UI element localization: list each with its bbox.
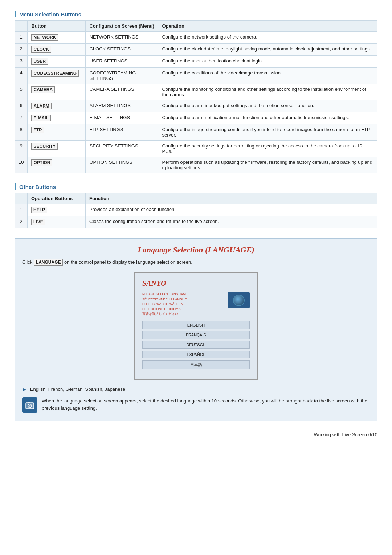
row-button: LIVE bbox=[28, 216, 86, 228]
button-label: CODEC/STREAMING bbox=[31, 70, 79, 77]
other-col-num bbox=[15, 193, 28, 204]
button-label: OPTION bbox=[31, 159, 52, 166]
button-label: ALARM bbox=[31, 103, 51, 109]
table-row: 2 LIVE Closes the configuration screen a… bbox=[15, 216, 377, 228]
language-option-button[interactable]: ESPAÑOL bbox=[142, 351, 250, 358]
other-col-function: Function bbox=[86, 193, 377, 204]
language-list-text: English, French, German, Spanish, Japane… bbox=[30, 386, 125, 392]
row-button: FTP bbox=[28, 124, 86, 141]
table-row: 9 SECURITY SECURITY SETTINGS Configure t… bbox=[15, 141, 377, 157]
lang-screen-text-line: PLEASE SELECT LANGUAGE bbox=[142, 292, 224, 297]
section-bar-icon bbox=[15, 11, 16, 17]
button-label: E-MAIL bbox=[31, 115, 50, 121]
footer-text: Working with Live Screen 6/10 bbox=[314, 432, 377, 437]
table-row: 1 NETWORK NETWORK SETTINGS Configure the… bbox=[15, 32, 377, 44]
svg-rect-4 bbox=[28, 402, 30, 403]
row-num: 9 bbox=[15, 141, 28, 157]
button-label: SECURITY bbox=[31, 143, 58, 150]
footer: Working with Live Screen 6/10 bbox=[15, 432, 377, 437]
lang-screen-inner: PLEASE SELECT LANGUAGESÉLECTIONNER LA LA… bbox=[142, 292, 250, 317]
table-row: 8 FTP FTP SETTINGS Configure the image s… bbox=[15, 124, 377, 141]
row-num: 10 bbox=[15, 157, 28, 173]
language-option-button[interactable]: ENGLISH bbox=[142, 321, 250, 329]
language-section-title: Language Selection (LANGUAGE) bbox=[22, 245, 370, 255]
table-row: 1 HELP Provides an explanation of each f… bbox=[15, 204, 377, 216]
table-row: 4 CODEC/STREAMING CODEC/STREAMING SETTIN… bbox=[15, 68, 377, 84]
other-section-title: Other Buttons bbox=[19, 184, 56, 190]
button-label: FTP bbox=[31, 127, 44, 133]
table-row: 2 CLOCK CLOCK SETTINGS Configure the clo… bbox=[15, 44, 377, 56]
row-num: 6 bbox=[15, 100, 28, 112]
row-config: OPTION SETTINGS bbox=[86, 157, 158, 173]
row-num: 5 bbox=[15, 84, 28, 100]
row-button: CODEC/STREAMING bbox=[28, 68, 86, 84]
row-function: Closes the configuration screen and retu… bbox=[86, 216, 377, 228]
lang-screen-text: PLEASE SELECT LANGUAGESÉLECTIONNER LA LA… bbox=[142, 292, 224, 317]
note-icon bbox=[22, 397, 37, 413]
section-bar-icon-other bbox=[15, 183, 16, 190]
row-config: ALARM SETTINGS bbox=[86, 100, 158, 112]
row-operation: Configure the user authentication check … bbox=[158, 56, 377, 68]
col-header-num bbox=[15, 21, 28, 32]
row-button: CLOCK bbox=[28, 44, 86, 56]
row-operation: Configure the alarm notification e-mail … bbox=[158, 112, 377, 124]
row-button: USER bbox=[28, 56, 86, 68]
col-header-button: Button bbox=[28, 21, 86, 32]
language-screen-mockup: SANYO PLEASE SELECT LANGUAGESÉLECTIONNER… bbox=[22, 272, 370, 380]
row-operation: Configure the image streaming conditions… bbox=[158, 124, 377, 141]
row-button: ALARM bbox=[28, 100, 86, 112]
row-num: 2 bbox=[15, 44, 28, 56]
language-option-button[interactable]: 日本語 bbox=[142, 360, 250, 369]
camera-note-icon bbox=[25, 400, 34, 410]
lang-desc-before: Click bbox=[22, 259, 32, 265]
col-header-operation: Operation bbox=[158, 21, 377, 32]
language-screen-box: SANYO PLEASE SELECT LANGUAGESÉLECTIONNER… bbox=[134, 272, 258, 380]
row-num: 8 bbox=[15, 124, 28, 141]
arrow-right-icon: ► bbox=[22, 386, 27, 392]
row-button: OPTION bbox=[28, 157, 86, 173]
camera-icon bbox=[228, 292, 250, 308]
language-section: Language Selection (LANGUAGE) Click LANG… bbox=[15, 238, 377, 421]
row-config: NETWORK SETTINGS bbox=[86, 32, 158, 44]
table-row: 5 CAMERA CAMERA SETTINGS Configure the m… bbox=[15, 84, 377, 100]
other-section-header: Other Buttons bbox=[15, 183, 377, 190]
row-num: 1 bbox=[15, 32, 28, 44]
svg-rect-5 bbox=[32, 404, 33, 404]
lang-screen-text-line: SELECCIONE EL IDIOMA bbox=[142, 307, 224, 312]
row-config: CLOCK SETTINGS bbox=[86, 44, 158, 56]
language-buttons-container: ENGLISHFRANÇAISDEUTSCHESPAÑOL日本語 bbox=[142, 321, 250, 369]
menu-selection-table: Button Configuration Screen (Menu) Opera… bbox=[15, 20, 377, 173]
table-row: 10 OPTION OPTION SETTINGS Perform operat… bbox=[15, 157, 377, 173]
sanyo-logo: SANYO bbox=[142, 279, 250, 288]
lang-screen-text-line: SÉLECTIONNER LA LANGUE bbox=[142, 297, 224, 302]
row-num: 3 bbox=[15, 56, 28, 68]
row-num: 4 bbox=[15, 68, 28, 84]
button-label: USER bbox=[31, 58, 48, 65]
button-label: CAMERA bbox=[31, 86, 55, 93]
row-num: 7 bbox=[15, 112, 28, 124]
language-button-label: LANGUAGE bbox=[34, 259, 63, 266]
language-description: Click LANGUAGE on the control panel to d… bbox=[22, 259, 370, 266]
row-config: E-MAIL SETTINGS bbox=[86, 112, 158, 124]
note-text: When the language selection screen appea… bbox=[42, 397, 370, 413]
note-box: When the language selection screen appea… bbox=[22, 397, 370, 413]
row-button: CAMERA bbox=[28, 84, 86, 100]
row-num: 1 bbox=[15, 204, 28, 216]
row-operation: Configure the security settings for perm… bbox=[158, 141, 377, 157]
button-label: CLOCK bbox=[31, 46, 51, 53]
row-button: E-MAIL bbox=[28, 112, 86, 124]
button-label: NETWORK bbox=[31, 34, 58, 41]
svg-point-3 bbox=[29, 405, 31, 406]
row-config: CODEC/STREAMING SETTINGS bbox=[86, 68, 158, 84]
button-label: LIVE bbox=[31, 219, 45, 225]
language-option-button[interactable]: FRANÇAIS bbox=[142, 331, 250, 339]
menu-section-title: Menu Selection Buttons bbox=[19, 11, 81, 17]
other-col-button: Operation Buttons bbox=[28, 193, 86, 204]
row-operation: Configure the alarm input/output setting… bbox=[158, 100, 377, 112]
col-header-config: Configuration Screen (Menu) bbox=[86, 21, 158, 32]
row-operation: Configure the conditions of the video/im… bbox=[158, 68, 377, 84]
row-operation: Perform operations such as updating the … bbox=[158, 157, 377, 173]
table-row: 3 USER USER SETTINGS Configure the user … bbox=[15, 56, 377, 68]
language-option-button[interactable]: DEUTSCH bbox=[142, 341, 250, 349]
row-button: HELP bbox=[28, 204, 86, 216]
